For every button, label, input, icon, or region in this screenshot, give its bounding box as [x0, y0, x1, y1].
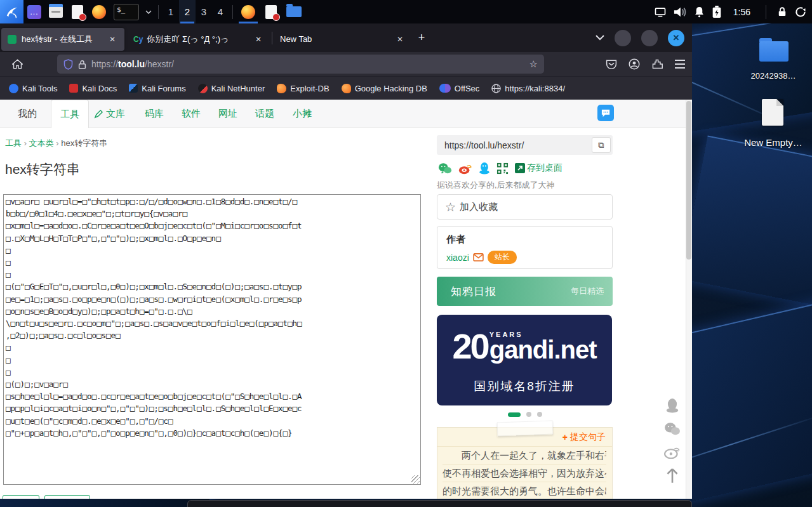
- weibo-float-icon[interactable]: [664, 445, 681, 459]
- notification-bell-icon[interactable]: [693, 6, 705, 18]
- nav-tab-sites[interactable]: 网址: [218, 100, 237, 128]
- home-button[interactable]: [8, 55, 27, 74]
- chevron-down-icon: [145, 10, 152, 14]
- ad-brand: gandi.net: [489, 338, 597, 361]
- gandi-ad[interactable]: 20 YEARS gandi.net 国别域名8折注册: [437, 315, 612, 405]
- tab-chat[interactable]: Cy 你别走吖 Σ(っ °Д °;)っ ✕: [127, 28, 270, 51]
- tab-close-icon[interactable]: ✕: [394, 34, 406, 45]
- author-link[interactable]: xiaozi: [446, 253, 469, 263]
- qq-float-icon[interactable]: [665, 398, 679, 413]
- share-row: 存到桌面: [438, 161, 562, 176]
- terminal-launcher-button[interactable]: $_: [111, 0, 142, 23]
- exploit-db-icon: [277, 84, 286, 93]
- chat-bubble-icon: [601, 109, 611, 117]
- workspace-1[interactable]: 1: [163, 0, 179, 23]
- chat-button[interactable]: [597, 105, 614, 121]
- tab-new-tab[interactable]: New Tab ✕: [274, 28, 412, 51]
- wechat-share-icon[interactable]: [438, 162, 452, 174]
- share-url-box: https://tool.lu/hexstr/ ⧉: [437, 135, 613, 155]
- clock[interactable]: 1:56: [728, 7, 755, 17]
- hex-textarea[interactable]: [3, 194, 421, 485]
- resize-grip[interactable]: [411, 475, 420, 484]
- maximize-button[interactable]: [641, 30, 658, 46]
- bookmark-offsec[interactable]: OffSec: [436, 82, 484, 95]
- workspace-4[interactable]: 4: [212, 0, 229, 23]
- url-text[interactable]: https://tool.lu/hexstr/: [91, 59, 174, 69]
- email-icon[interactable]: [473, 253, 484, 261]
- daily-banner[interactable]: 知鸦日报 每日精选: [437, 277, 613, 306]
- bookmark-kali-forums[interactable]: Kali Forums: [125, 82, 189, 95]
- edit-badge-icon: [79, 13, 86, 21]
- nav-tab-software[interactable]: 软件: [182, 100, 201, 128]
- nav-tab-topics[interactable]: 话题: [255, 100, 274, 128]
- wechat-float-icon[interactable]: [664, 422, 681, 436]
- app-grid-button[interactable]: ...: [25, 0, 44, 23]
- logout-icon[interactable]: [794, 6, 807, 18]
- menu-hamburger-icon[interactable]: [674, 60, 686, 69]
- close-icon: ✕: [673, 33, 680, 43]
- author-heading: 作者: [446, 234, 465, 246]
- text-editor-icon: [265, 5, 277, 19]
- tab-close-icon[interactable]: ✕: [107, 34, 118, 45]
- bookmark-exploit-db[interactable]: Exploit-DB: [273, 82, 333, 95]
- bookmark-star-icon[interactable]: ☆: [529, 58, 538, 70]
- breadcrumb-text-category[interactable]: 文本类: [29, 138, 54, 148]
- text-editor-button[interactable]: [68, 0, 87, 23]
- tracking-shield-icon[interactable]: [63, 59, 73, 70]
- carousel-dot[interactable]: [537, 412, 542, 417]
- network-icon[interactable]: [654, 7, 667, 17]
- nav-tab-stall[interactable]: 小摊: [293, 100, 312, 128]
- battery-icon[interactable]: [712, 6, 722, 18]
- volume-icon[interactable]: [673, 6, 687, 18]
- bookmark-kali-nethunter[interactable]: Kali NetHunter: [194, 82, 269, 95]
- submit-sentence-link[interactable]: + 提交句子: [437, 428, 612, 447]
- breadcrumb-tools[interactable]: 工具: [5, 138, 22, 148]
- share-url-text[interactable]: https://tool.lu/hexstr/: [444, 140, 524, 150]
- weibo-share-icon[interactable]: [458, 162, 472, 174]
- nav-tab-tools[interactable]: 工具: [51, 100, 89, 128]
- bookmark-kali-8834[interactable]: https://kali:8834/: [488, 82, 569, 95]
- back-to-top-icon[interactable]: [665, 468, 679, 484]
- workspace-3[interactable]: 3: [196, 0, 212, 23]
- new-tab-button[interactable]: +: [412, 31, 431, 44]
- close-window-button[interactable]: ✕: [668, 30, 684, 46]
- file-manager-button[interactable]: [46, 0, 65, 23]
- bookmark-kali-tools[interactable]: Kali Tools: [5, 82, 61, 95]
- offsec-icon: [439, 84, 445, 93]
- lock-icon[interactable]: [78, 60, 86, 69]
- carousel-dot-active[interactable]: [508, 412, 521, 417]
- background-window-edge[interactable]: [187, 500, 692, 507]
- kali-menu-button[interactable]: [0, 0, 23, 23]
- taskbar-firefox[interactable]: [237, 0, 260, 23]
- desktop-icon-label: 20242938…: [735, 71, 811, 81]
- tab-close-icon[interactable]: ✕: [253, 34, 264, 45]
- tab-hexstr[interactable]: hex转str - 在线工具 ✕: [1, 28, 124, 51]
- qq-share-icon[interactable]: [479, 162, 490, 174]
- copy-url-button[interactable]: ⧉: [592, 137, 611, 153]
- nav-tab-code[interactable]: 码库: [145, 100, 164, 128]
- nav-tab-mine[interactable]: 我的: [18, 100, 37, 128]
- save-to-desktop-link[interactable]: 存到桌面: [515, 162, 562, 174]
- add-favorite-button[interactable]: ☆ 加入收藏: [437, 194, 613, 220]
- bookmark-google-hacking-db[interactable]: Google Hacking DB: [338, 82, 431, 95]
- secondary-button-clipped[interactable]: [44, 495, 90, 499]
- workspace-2-active[interactable]: 2: [179, 0, 196, 23]
- nav-tab-docs[interactable]: 文库: [94, 100, 125, 128]
- extensions-puzzle-icon[interactable]: [651, 58, 663, 70]
- page-scrollbar-thumb[interactable]: [686, 101, 691, 260]
- qrcode-icon[interactable]: [496, 162, 509, 174]
- tab-title: 你别走吖 Σ(っ °Д °;)っ: [147, 34, 229, 45]
- firefox-launcher-button[interactable]: [90, 0, 109, 23]
- list-all-tabs-icon[interactable]: [596, 35, 604, 41]
- taskbar-text-editor[interactable]: [260, 0, 283, 23]
- account-icon[interactable]: [629, 58, 640, 70]
- bookmark-kali-docs[interactable]: Kali Docs: [65, 82, 121, 95]
- pocket-icon[interactable]: [606, 59, 617, 69]
- minimize-button[interactable]: [615, 30, 631, 46]
- taskbar-file-manager[interactable]: [283, 0, 305, 23]
- carousel-dot[interactable]: [526, 412, 531, 417]
- convert-button-clipped[interactable]: [3, 495, 39, 499]
- url-bar[interactable]: https://tool.lu/hexstr/ ☆: [57, 55, 544, 74]
- terminal-dropdown[interactable]: [144, 0, 153, 23]
- lock-screen-icon[interactable]: [776, 6, 788, 18]
